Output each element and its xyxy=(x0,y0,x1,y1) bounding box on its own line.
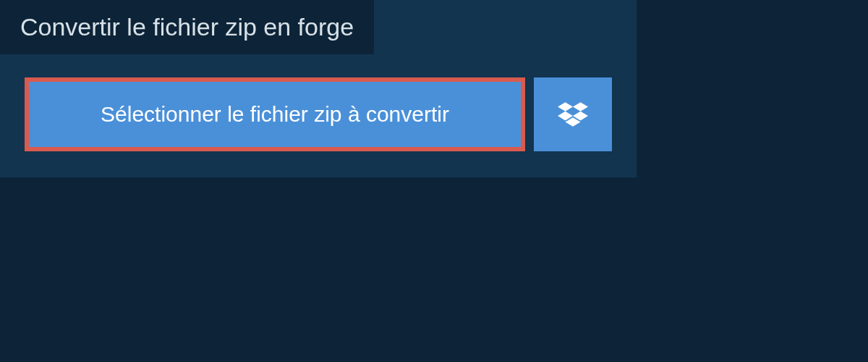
page-title: Convertir le fichier zip en forge xyxy=(0,0,374,54)
button-row: Sélectionner le fichier zip à convertir xyxy=(0,54,637,177)
select-file-button[interactable]: Sélectionner le fichier zip à convertir xyxy=(25,77,525,151)
dropbox-icon xyxy=(558,99,588,130)
dropbox-button[interactable] xyxy=(534,77,612,151)
title-text: Convertir le fichier zip en forge xyxy=(20,13,354,41)
converter-panel: Convertir le fichier zip en forge Sélect… xyxy=(0,0,637,177)
select-file-label: Sélectionner le fichier zip à convertir xyxy=(101,102,449,127)
